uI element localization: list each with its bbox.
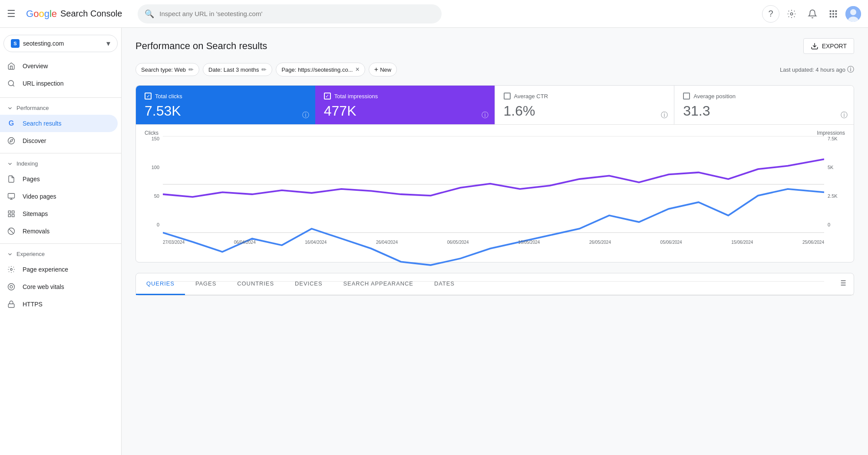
- svg-rect-7: [830, 16, 832, 17]
- sidebar-item-core-web-vitals[interactable]: Core web vitals: [0, 278, 118, 296]
- chart-svg: [163, 136, 824, 282]
- sidebar-item-sitemaps[interactable]: Sitemaps: [0, 205, 118, 223]
- date-edit-icon[interactable]: ✏: [261, 66, 267, 73]
- sidebar-item-removals[interactable]: Removals: [0, 223, 118, 240]
- notifications-icon-btn[interactable]: [804, 5, 821, 23]
- filter-bar: Search type: Web ✏ Date: Last 3 months ✏…: [135, 63, 854, 76]
- svg-point-26: [8, 284, 15, 290]
- search-icon: 🔍: [145, 9, 154, 19]
- filter-page-close-icon[interactable]: ×: [355, 66, 359, 73]
- settings-icon-btn[interactable]: [783, 5, 800, 23]
- sidebar-item-label-sitemaps: Sitemaps: [23, 210, 48, 217]
- sidebar-item-discover[interactable]: Discover: [0, 132, 118, 149]
- svg-rect-4: [830, 13, 832, 15]
- svg-rect-28: [8, 304, 14, 307]
- site-dropdown-icon: ▾: [106, 39, 110, 48]
- header-actions: ?: [762, 5, 861, 23]
- sidebar-item-label-search-results: Search results: [23, 120, 61, 127]
- sidebar-item-search-results[interactable]: G Search results: [0, 115, 118, 132]
- export-button[interactable]: EXPORT: [803, 38, 854, 54]
- metric-ctr-label: Average CTR: [504, 93, 666, 100]
- new-filter-button[interactable]: + New: [369, 63, 397, 76]
- google-logo: Google: [26, 8, 57, 20]
- filter-date[interactable]: Date: Last 3 months ✏: [203, 63, 272, 76]
- filter-search-type-label: Search type: Web: [141, 66, 186, 73]
- chart-area: Clicks Impressions 150 100 50 0 7.5K 5K …: [145, 132, 845, 245]
- search-type-edit-icon[interactable]: ✏: [188, 66, 194, 73]
- metric-total-impressions[interactable]: Total impressions 477K ⓘ: [315, 86, 495, 124]
- filter-date-label: Date: Last 3 months: [208, 66, 259, 73]
- section-header-experience[interactable]: Experience: [0, 247, 121, 261]
- metrics-row: Total clicks 7.53K ⓘ Total impressions 4…: [136, 86, 854, 124]
- page-header: Performance on Search results EXPORT: [135, 38, 854, 54]
- metric-average-position[interactable]: Average position 31.3 ⓘ: [674, 86, 854, 124]
- metric-total-clicks[interactable]: Total clicks 7.53K ⓘ: [136, 86, 315, 124]
- https-icon: [7, 300, 16, 309]
- new-filter-label: New: [380, 66, 391, 73]
- metric-impressions-value: 477K: [324, 103, 486, 119]
- metric-position-help-icon[interactable]: ⓘ: [841, 111, 848, 120]
- svg-point-27: [10, 286, 13, 288]
- sitemaps-icon: [7, 209, 16, 218]
- plus-icon: +: [374, 66, 378, 73]
- metric-clicks-label: Total clicks: [145, 93, 307, 100]
- metric-ctr-help-icon[interactable]: ⓘ: [661, 111, 668, 120]
- svg-rect-1: [830, 10, 832, 12]
- section-header-indexing[interactable]: Indexing: [0, 157, 121, 170]
- metric-ctr-checkbox[interactable]: [504, 93, 511, 100]
- metric-average-ctr[interactable]: Average CTR 1.6% ⓘ: [495, 86, 674, 124]
- sidebar: S seotesting.com ▾ Overview URL inspecti…: [0, 28, 122, 455]
- menu-icon[interactable]: ☰: [7, 8, 16, 20]
- help-icon-btn[interactable]: ?: [762, 5, 779, 23]
- tab-actions: [838, 273, 854, 295]
- sidebar-item-label-overview: Overview: [23, 63, 48, 70]
- metric-clicks-help-icon[interactable]: ⓘ: [302, 111, 309, 120]
- apps-icon-btn[interactable]: [825, 5, 842, 23]
- metric-position-checkbox[interactable]: [683, 93, 690, 100]
- svg-rect-19: [8, 211, 10, 213]
- section-header-performance[interactable]: Performance: [0, 101, 121, 115]
- pages-icon: [7, 175, 16, 183]
- site-selector[interactable]: S seotesting.com ▾: [3, 35, 118, 52]
- svg-point-25: [10, 269, 13, 271]
- last-updated: Last updated: 4 hours ago ⓘ: [780, 65, 854, 74]
- sidebar-item-overview[interactable]: Overview: [0, 57, 118, 75]
- url-search-bar[interactable]: 🔍: [138, 4, 442, 23]
- chart-y-right-label: Impressions: [817, 130, 845, 136]
- metric-impressions-checkbox[interactable]: [324, 93, 331, 100]
- metrics-chart-wrapper: Total clicks 7.53K ⓘ Total impressions 4…: [135, 85, 854, 262]
- home-icon: [7, 62, 16, 70]
- search-input[interactable]: [159, 10, 435, 17]
- sidebar-item-pages[interactable]: Pages: [0, 170, 118, 188]
- main-content: Performance on Search results EXPORT Sea…: [122, 28, 868, 455]
- header: ☰ Google Search Console 🔍 ?: [0, 0, 868, 28]
- chart-x-axis: 27/03/2024 06/04/2024 16/04/2024 26/04/2…: [163, 240, 824, 245]
- sidebar-item-https[interactable]: HTTPS: [0, 296, 118, 313]
- metric-impressions-help-icon[interactable]: ⓘ: [482, 111, 488, 120]
- divider-3: [0, 243, 121, 244]
- sidebar-item-label-page-experience: Page experience: [23, 266, 68, 273]
- svg-rect-5: [832, 13, 834, 15]
- sidebar-item-label-core-web-vitals: Core web vitals: [23, 283, 64, 290]
- logo: Google Search Console: [26, 8, 122, 20]
- last-updated-text: Last updated: 4 hours ago: [780, 66, 845, 73]
- last-updated-help-icon[interactable]: ⓘ: [847, 65, 854, 74]
- svg-rect-2: [832, 10, 834, 12]
- table-filter-icon[interactable]: [838, 279, 847, 289]
- sidebar-item-label-https: HTTPS: [23, 301, 43, 308]
- video-pages-icon: [7, 192, 16, 201]
- discover-icon: [7, 136, 16, 145]
- sidebar-item-page-experience[interactable]: Page experience: [0, 261, 118, 278]
- sidebar-item-label-pages: Pages: [23, 176, 40, 183]
- avatar[interactable]: [845, 6, 861, 22]
- filter-page[interactable]: Page: https://seotesting.co... ×: [276, 63, 365, 76]
- main-layout: S seotesting.com ▾ Overview URL inspecti…: [0, 28, 868, 455]
- filter-search-type[interactable]: Search type: Web ✏: [135, 63, 199, 76]
- chart-y-axis-left: 150 100 50 0: [145, 136, 161, 227]
- search-console-label: Search Console: [60, 9, 122, 19]
- metric-clicks-checkbox[interactable]: [145, 93, 152, 100]
- metric-position-label: Average position: [683, 93, 845, 100]
- sidebar-item-video-pages[interactable]: Video pages: [0, 188, 118, 205]
- page-experience-icon: [7, 265, 16, 274]
- sidebar-item-url-inspection[interactable]: URL inspection: [0, 75, 118, 92]
